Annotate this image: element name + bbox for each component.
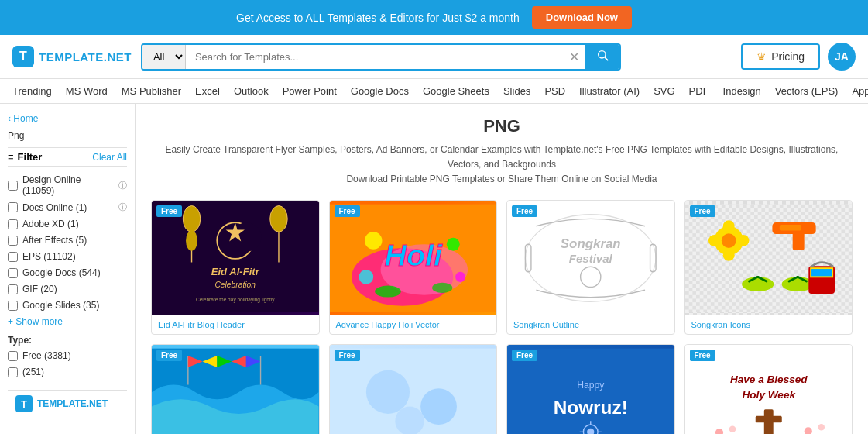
template-card-nowruz[interactable]: Happy Nowruz! Free	[506, 344, 675, 434]
show-more-button[interactable]: + Show more	[8, 316, 127, 327]
filter-label: ≡ Filter	[8, 151, 42, 163]
svg-point-20	[455, 271, 465, 281]
thumb-songkran-bg: Songkran Festival	[507, 201, 674, 315]
card-thumb-songkran-icons: Free	[685, 201, 853, 315]
clear-all-button[interactable]: Clear All	[92, 152, 127, 163]
nav-google-sheets[interactable]: Google Sheets	[423, 85, 489, 97]
search-input[interactable]	[186, 45, 563, 69]
search-clear-button[interactable]: ✕	[563, 45, 585, 69]
filter-checkbox-free[interactable]	[8, 351, 18, 361]
free-badge-nowruz: Free	[512, 350, 537, 361]
free-badge-pool: Free	[156, 350, 182, 361]
free-badge-holy: Free	[690, 350, 715, 361]
filter-label-after-effects: After Effects (5)	[22, 235, 87, 246]
filter-label-paid: (251)	[22, 367, 44, 377]
content-area: PNG Easily Create Transparent Flyer Samp…	[136, 104, 868, 434]
nav-outlook[interactable]: Outlook	[234, 85, 269, 97]
card-thumb-songkran-outline: Songkran Festival Free	[507, 201, 674, 315]
nav-ms-publisher[interactable]: MS Publisher	[122, 85, 181, 97]
filter-checkbox-eps[interactable]	[8, 252, 18, 262]
avatar[interactable]: JA	[828, 43, 856, 71]
filter-label-google-slides: Google Slides (35)	[22, 300, 99, 311]
filter-checkbox-design-online[interactable]	[8, 181, 18, 191]
header: T TEMPLATE.NET All ✕ ♛ Pricing JA	[0, 35, 868, 79]
card-thumb-eid: Eid Al-Fitr Celebration Celebrate the da…	[152, 201, 319, 315]
filter-item-docs-online: Docs Online (1) ⓘ	[8, 202, 127, 213]
filter-label-eps: EPS (11102)	[22, 251, 76, 262]
svg-point-62	[365, 370, 409, 413]
svg-text:Holy Week: Holy Week	[742, 388, 796, 400]
filter-checkbox-after-effects[interactable]	[8, 236, 18, 246]
filter-checkbox-paid[interactable]	[8, 367, 18, 377]
pricing-label: Pricing	[771, 50, 805, 63]
sidebar: ‹ Home Png ≡ Filter Clear All Design Onl…	[0, 104, 136, 434]
filter-label-free: Free (3381)	[22, 350, 71, 361]
breadcrumb-home[interactable]: ‹ Home	[8, 113, 38, 124]
info-icon-docs-online[interactable]: ⓘ	[118, 202, 127, 213]
logo[interactable]: T TEMPLATE.NET	[12, 46, 132, 67]
svg-point-80	[729, 425, 736, 432]
template-card-light-blue[interactable]: Free	[329, 344, 498, 434]
filter-label-design-online: Design Online (11059)	[22, 174, 114, 196]
svg-point-38	[708, 235, 719, 246]
svg-point-63	[420, 388, 457, 425]
nav-powerpoint[interactable]: Power Point	[283, 85, 337, 97]
svg-text:Celebrate the day holidaying l: Celebrate the day holidaying lightly	[196, 297, 275, 303]
logo-text: TEMPLATE.NET	[39, 50, 132, 64]
info-icon-design-online[interactable]: ⓘ	[118, 180, 127, 191]
songkran-icons-svg	[685, 201, 853, 315]
filter-item-google-docs: Google Docs (544)	[8, 267, 127, 278]
nav-vectors[interactable]: Vectors (EPS)	[775, 85, 839, 97]
holy-svg: Have a Blessed Holy Week May this solemn…	[693, 353, 845, 434]
filter-checkbox-google-slides[interactable]	[8, 301, 18, 311]
nav-apple-pages[interactable]: Apple Pages	[852, 85, 868, 97]
nav-psd[interactable]: PSD	[544, 85, 565, 97]
nav-ms-word[interactable]: MS Word	[66, 85, 108, 97]
nav-google-docs[interactable]: Google Docs	[351, 85, 409, 97]
template-card-songkran-outline[interactable]: Songkran Festival Free Songkran Outline	[506, 200, 675, 335]
nav-illustrator[interactable]: Illustrator (AI)	[579, 85, 640, 97]
filter-header: ≡ Filter Clear All	[8, 147, 127, 167]
page-title: PNG	[151, 116, 853, 136]
search-category-select[interactable]: All	[142, 45, 186, 69]
svg-point-10	[270, 205, 287, 232]
filter-label-gif: GIF (20)	[22, 284, 57, 294]
template-card-holy[interactable]: Have a Blessed Holy Week May this solemn…	[684, 344, 853, 434]
pricing-button[interactable]: ♛ Pricing	[741, 43, 820, 70]
nav-pdf[interactable]: PDF	[689, 85, 709, 97]
filter-checkbox-adobe-xd[interactable]	[8, 219, 18, 229]
nav-trending[interactable]: Trending	[12, 85, 52, 97]
filter-item-google-slides: Google Slides (35)	[8, 300, 127, 311]
svg-point-23	[432, 282, 452, 292]
svg-point-37	[722, 249, 734, 260]
svg-rect-52	[811, 269, 832, 276]
holi-svg: Holi	[330, 201, 497, 315]
svg-text:Holi: Holi	[384, 238, 442, 272]
crown-icon: ♛	[756, 50, 767, 63]
filter-checkbox-google-docs[interactable]	[8, 268, 18, 278]
free-badge-songkran-icons: Free	[690, 205, 715, 217]
download-now-button[interactable]: Download Now	[532, 6, 632, 29]
thumb-holi-bg: Holi	[330, 201, 497, 315]
nav-slides[interactable]: Slides	[503, 85, 530, 97]
sidebar-logo-text: TEMPLATE.NET	[37, 398, 108, 409]
nav-svg[interactable]: SVG	[654, 85, 674, 97]
filter-label-google-docs: Google Docs (544)	[22, 267, 101, 278]
filter-checkbox-gif[interactable]	[8, 284, 18, 294]
nav-excel[interactable]: Excel	[195, 85, 220, 97]
template-card-holi[interactable]: Holi Free Advance Happy Holi Vector	[329, 200, 498, 335]
template-card-pool[interactable]: Free	[151, 344, 320, 434]
template-card-eid[interactable]: Eid Al-Fitr Celebration Celebrate the da…	[151, 200, 320, 335]
search-icon	[596, 49, 609, 61]
breadcrumb-current: Png	[8, 130, 127, 141]
svg-point-36	[722, 220, 734, 232]
template-card-songkran-icons[interactable]: Free Songkran Icons	[684, 200, 853, 335]
filter-item-free: Free (3381)	[8, 350, 127, 361]
filter-item-design-online: Design Online (11059) ⓘ	[8, 174, 127, 196]
filter-checkbox-docs-online[interactable]	[8, 202, 18, 212]
search-container: All ✕	[141, 43, 621, 71]
logo-icon: T	[12, 46, 34, 67]
card-label-holi: Advance Happy Holi Vector	[330, 315, 497, 334]
search-button[interactable]	[585, 45, 619, 69]
nav-indesign[interactable]: Indesign	[723, 85, 761, 97]
